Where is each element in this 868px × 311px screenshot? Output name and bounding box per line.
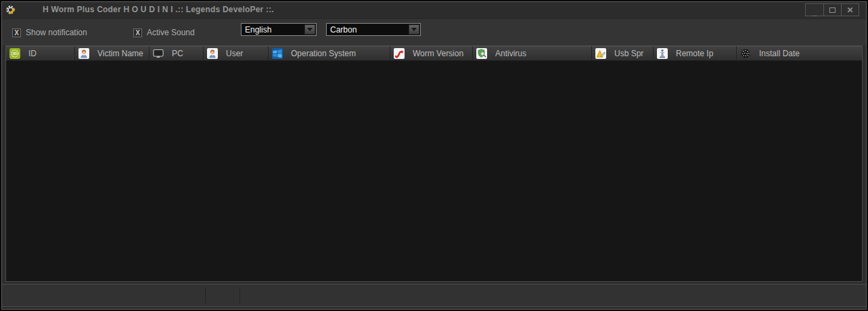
column-label: Operation System [291, 49, 356, 58]
column-header-antivirus[interactable]: Antivirus [473, 46, 592, 61]
install-date-icon [740, 48, 751, 59]
column-header-install-date[interactable]: Install Date [737, 46, 862, 61]
titlebar[interactable]: H Worm Plus Coder H O U D I N I .:: Lege… [2, 2, 866, 18]
toolbar: X Show notification X Active Sound Engli… [2, 18, 866, 45]
checkbox-mark-icon[interactable]: X [12, 28, 21, 37]
maximize-icon [829, 7, 836, 13]
dropdown-arrow-button[interactable] [409, 24, 419, 35]
column-label: ID [28, 49, 37, 58]
column-label: User [226, 49, 243, 58]
column-label: Remote Ip [676, 49, 713, 58]
column-header-user[interactable]: User [204, 46, 269, 61]
app-window: H Worm Plus Coder H O U D I N I .:: Lege… [0, 0, 868, 311]
victim-list-body[interactable] [6, 61, 862, 281]
window-frame: H Worm Plus Coder H O U D I N I .:: Lege… [1, 1, 867, 310]
app-gear-icon [5, 4, 17, 16]
checkbox-label: Active Sound [147, 28, 195, 37]
column-label: Usb Spr [614, 49, 643, 58]
show-notification-checkbox[interactable]: X Show notification [12, 28, 87, 37]
column-label: PC [172, 49, 183, 58]
close-button[interactable]: ✕ [841, 4, 859, 16]
antivirus-shield-icon [476, 48, 487, 59]
column-header-pc[interactable]: PC [150, 46, 204, 61]
statusbar [2, 284, 866, 307]
column-header-operation-system[interactable]: Operation System [269, 46, 390, 61]
column-label: Worm Version [413, 49, 463, 58]
usb-warning-icon [595, 48, 606, 59]
window-title: H Worm Plus Coder H O U D I N I .:: Lege… [43, 5, 274, 14]
worm-icon [394, 48, 405, 59]
language-dropdown-value: English [245, 25, 271, 35]
minimize-icon: _ [813, 7, 817, 17]
column-header-usb-spr[interactable]: Usb Spr [592, 46, 654, 61]
chevron-down-icon [411, 28, 417, 31]
pc-monitor-icon [153, 48, 164, 59]
column-header-worm-version[interactable]: Worm Version [390, 46, 473, 61]
theme-dropdown[interactable]: Carbon [326, 23, 421, 36]
id-badge-icon: ID [9, 48, 20, 59]
statusbar-divider [205, 287, 206, 304]
column-header-victim-name[interactable]: Victim Name [75, 46, 150, 61]
victim-avatar-icon [78, 48, 89, 59]
statusbar-divider [239, 287, 240, 304]
maximize-button[interactable] [823, 4, 841, 16]
window-controls: _ ✕ [805, 3, 859, 16]
minimize-button[interactable]: _ [806, 4, 823, 16]
checkbox-mark-icon[interactable]: X [133, 28, 142, 37]
chevron-down-icon [307, 28, 313, 31]
svg-text:ID: ID [13, 51, 18, 56]
column-header-id[interactable]: ID ID [6, 46, 75, 61]
column-label: Antivirus [495, 49, 526, 58]
active-sound-checkbox[interactable]: X Active Sound [133, 28, 195, 37]
dropdown-arrow-button[interactable] [304, 24, 315, 35]
column-label: Victim Name [97, 49, 143, 58]
checkbox-label: Show notification [26, 28, 87, 37]
theme-dropdown-value: Carbon [330, 25, 357, 35]
language-dropdown[interactable]: English [241, 23, 317, 36]
close-icon: ✕ [846, 5, 853, 15]
user-avatar-icon [207, 48, 218, 59]
victim-table: ID ID Victim N [5, 45, 863, 282]
table-header-row: ID ID Victim N [6, 46, 862, 61]
windows-logo-icon [272, 48, 283, 59]
column-label: Install Date [759, 49, 800, 58]
remote-ip-icon [657, 48, 668, 59]
column-header-remote-ip[interactable]: Remote Ip [654, 46, 737, 61]
